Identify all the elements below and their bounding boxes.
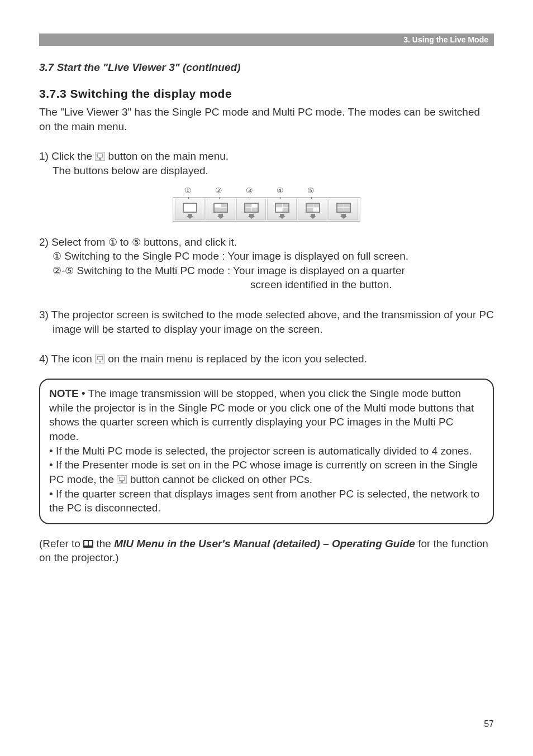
page-content: 3.7 Start the "Live Viewer 3" (continued… bbox=[39, 61, 494, 573]
reference-line: (Refer to the MIU Menu in the User's Man… bbox=[39, 537, 494, 565]
step-3-full: 3) The projector screen is switched to t… bbox=[39, 308, 494, 336]
step4-a: 4) The icon bbox=[39, 353, 95, 365]
ref-title: MIU Menu in the User's Manual (detailed)… bbox=[114, 538, 415, 549]
chapter-label: 3. Using the Live Mode bbox=[403, 35, 488, 44]
step1-text-b: button on the main menu. bbox=[105, 150, 229, 162]
num-2: ② bbox=[215, 186, 222, 195]
page-number: 57 bbox=[484, 719, 494, 729]
circled-1b: ① bbox=[53, 251, 61, 262]
note-box: NOTE • The image transmission will be st… bbox=[39, 379, 494, 524]
note-bullet-2: • If the Multi PC mode is selected, the … bbox=[49, 444, 484, 458]
step4-b: on the main menu is replaced by the icon… bbox=[105, 353, 367, 365]
header-bar: 3. Using the Live Mode bbox=[39, 34, 494, 46]
display-mode-icon-2 bbox=[95, 355, 105, 363]
subsection-heading: 3.7.3 Switching the display mode bbox=[39, 87, 494, 101]
num-4: ④ bbox=[277, 186, 284, 195]
step2-line2: Switching to the Multi PC mode : Your im… bbox=[74, 265, 405, 276]
display-mode-icon-3 bbox=[117, 475, 127, 484]
toolbar-btn-quad-tl[interactable] bbox=[206, 199, 235, 220]
step1-text-c: The buttons below are displayed. bbox=[53, 164, 494, 178]
circled-5: ⑤ bbox=[132, 237, 141, 248]
step2-line1: Switching to the Single PC mode : Your i… bbox=[61, 250, 408, 262]
step-1: 1) Click the button on the main menu. Th… bbox=[39, 149, 494, 178]
step1-text-a: 1) Click the bbox=[39, 150, 95, 162]
toolbar bbox=[173, 197, 360, 222]
num-5: ⑤ bbox=[307, 186, 315, 195]
section-continued-title: 3.7 Start the "Live Viewer 3" (continued… bbox=[39, 61, 494, 74]
step2-c: buttons, and click it. bbox=[141, 236, 237, 248]
circled-5b: ⑤ bbox=[65, 265, 74, 276]
toolbar-btn-single[interactable] bbox=[175, 199, 204, 220]
step2-line3: screen identified in the button. bbox=[250, 277, 494, 292]
toolbar-btn-quad-br[interactable] bbox=[298, 199, 327, 220]
toolbar-btn-quad-tr[interactable] bbox=[236, 199, 266, 220]
display-mode-icon bbox=[95, 152, 105, 161]
ref-link: the bbox=[93, 538, 114, 549]
step-2: 2) Select from ① to ⑤ buttons, and click… bbox=[39, 235, 494, 293]
note-bullet-1: • The image transmission will be stopped… bbox=[49, 387, 474, 442]
num-1: ① bbox=[184, 186, 192, 195]
step2-a: 2) Select from bbox=[39, 236, 108, 248]
step2-b: to bbox=[117, 236, 132, 248]
intro-text: The "Live Viewer 3" has the Single PC mo… bbox=[39, 105, 494, 133]
circled-2: ② bbox=[53, 265, 61, 276]
toolbar-btn-all-grey[interactable] bbox=[329, 199, 358, 220]
book-icon bbox=[83, 540, 93, 548]
ref-prefix: (Refer to bbox=[39, 538, 83, 549]
step-4: 4) The icon on the main menu is replaced… bbox=[39, 352, 494, 366]
note-bullet-3b: button cannot be clicked on other PCs. bbox=[127, 473, 312, 485]
circled-1: ① bbox=[108, 237, 117, 248]
num-3: ③ bbox=[246, 186, 253, 195]
note-bullet-4: • If the quarter screen that displays im… bbox=[49, 487, 484, 515]
note-label: NOTE bbox=[49, 387, 79, 399]
toolbar-number-row: ① ② ③ ④ ⑤ bbox=[173, 186, 360, 197]
toolbar-btn-quad-bl[interactable] bbox=[267, 199, 297, 220]
toolbar-figure: ① ② ③ ④ ⑤ bbox=[39, 186, 494, 222]
